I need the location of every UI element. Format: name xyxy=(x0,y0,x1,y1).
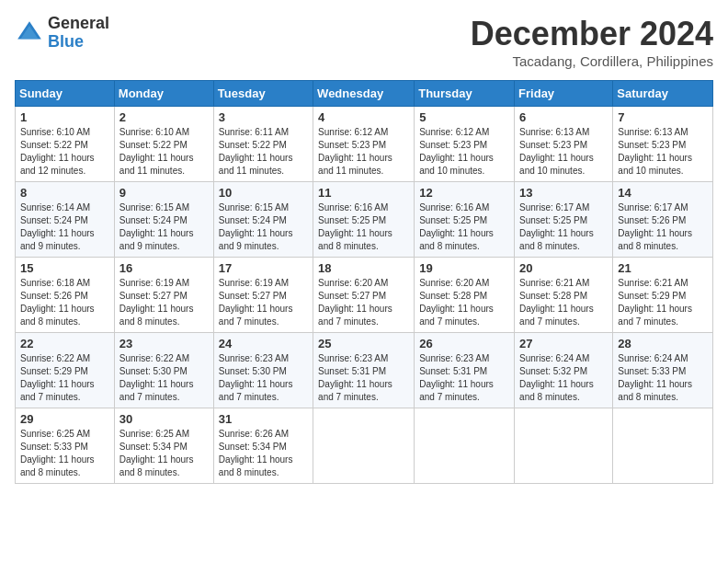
calendar-week-row: 22 Sunrise: 6:22 AMSunset: 5:29 PMDaylig… xyxy=(16,333,713,408)
day-info: Sunrise: 6:12 AMSunset: 5:23 PMDaylight:… xyxy=(318,127,392,176)
calendar-cell: 17 Sunrise: 6:19 AMSunset: 5:27 PMDaylig… xyxy=(213,258,313,333)
day-number: 24 xyxy=(219,337,308,350)
day-number: 21 xyxy=(618,261,708,275)
calendar-cell: 16 Sunrise: 6:19 AMSunset: 5:27 PMDaylig… xyxy=(114,258,213,333)
day-info: Sunrise: 6:11 AMSunset: 5:22 PMDaylight:… xyxy=(219,127,293,176)
day-number: 23 xyxy=(119,337,209,350)
calendar-cell: 13 Sunrise: 6:17 AMSunset: 5:25 PMDaylig… xyxy=(515,182,613,258)
calendar-table: SundayMondayTuesdayWednesdayThursdayFrid… xyxy=(15,80,713,484)
logo: General Blue xyxy=(15,15,109,52)
day-info: Sunrise: 6:23 AMSunset: 5:31 PMDaylight:… xyxy=(419,353,494,402)
day-info: Sunrise: 6:21 AMSunset: 5:28 PMDaylight:… xyxy=(519,278,594,327)
day-info: Sunrise: 6:15 AMSunset: 5:24 PMDaylight:… xyxy=(119,202,194,251)
calendar-cell: 8 Sunrise: 6:14 AMSunset: 5:24 PMDayligh… xyxy=(16,182,115,258)
day-number: 28 xyxy=(618,337,708,350)
day-number: 3 xyxy=(219,110,308,124)
day-info: Sunrise: 6:25 AMSunset: 5:34 PMDaylight:… xyxy=(119,429,194,477)
day-info: Sunrise: 6:19 AMSunset: 5:27 PMDaylight:… xyxy=(219,278,293,327)
day-number: 22 xyxy=(20,337,109,350)
day-info: Sunrise: 6:23 AMSunset: 5:30 PMDaylight:… xyxy=(219,353,293,402)
day-number: 26 xyxy=(419,337,509,350)
day-info: Sunrise: 6:19 AMSunset: 5:27 PMDaylight:… xyxy=(119,278,194,327)
day-number: 30 xyxy=(119,412,209,426)
day-info: Sunrise: 6:13 AMSunset: 5:23 PMDaylight:… xyxy=(618,127,692,176)
day-number: 8 xyxy=(20,186,109,200)
calendar-week-row: 29 Sunrise: 6:25 AMSunset: 5:33 PMDaylig… xyxy=(16,408,713,484)
weekday-header: Sunday xyxy=(16,81,115,107)
weekday-header: Saturday xyxy=(613,81,713,107)
calendar-cell: 7 Sunrise: 6:13 AMSunset: 5:23 PMDayligh… xyxy=(613,107,713,182)
weekday-header: Friday xyxy=(515,81,613,107)
calendar-cell: 31 Sunrise: 6:26 AMSunset: 5:34 PMDaylig… xyxy=(213,408,313,484)
calendar-cell: 27 Sunrise: 6:24 AMSunset: 5:32 PMDaylig… xyxy=(515,333,613,408)
page-header: General Blue December 2024 Tacadang, Cor… xyxy=(15,15,713,69)
day-info: Sunrise: 6:13 AMSunset: 5:23 PMDaylight:… xyxy=(519,127,594,176)
day-info: Sunrise: 6:15 AMSunset: 5:24 PMDaylight:… xyxy=(219,202,293,251)
calendar-cell: 4 Sunrise: 6:12 AMSunset: 5:23 PMDayligh… xyxy=(313,107,415,182)
calendar-cell: 15 Sunrise: 6:18 AMSunset: 5:26 PMDaylig… xyxy=(16,258,115,333)
day-info: Sunrise: 6:24 AMSunset: 5:32 PMDaylight:… xyxy=(519,353,594,402)
month-title: December 2024 xyxy=(471,15,713,53)
day-info: Sunrise: 6:25 AMSunset: 5:33 PMDaylight:… xyxy=(20,429,95,477)
day-info: Sunrise: 6:16 AMSunset: 5:25 PMDaylight:… xyxy=(419,202,494,251)
day-number: 19 xyxy=(419,261,509,275)
day-number: 1 xyxy=(20,110,109,124)
day-number: 9 xyxy=(119,186,209,200)
day-number: 7 xyxy=(618,110,708,124)
day-info: Sunrise: 6:20 AMSunset: 5:27 PMDaylight:… xyxy=(318,278,392,327)
calendar-cell: 22 Sunrise: 6:22 AMSunset: 5:29 PMDaylig… xyxy=(16,333,115,408)
calendar-cell xyxy=(613,408,713,484)
day-info: Sunrise: 6:22 AMSunset: 5:30 PMDaylight:… xyxy=(119,353,194,402)
day-info: Sunrise: 6:17 AMSunset: 5:26 PMDaylight:… xyxy=(618,202,692,251)
calendar-cell: 25 Sunrise: 6:23 AMSunset: 5:31 PMDaylig… xyxy=(313,333,415,408)
calendar-week-row: 15 Sunrise: 6:18 AMSunset: 5:26 PMDaylig… xyxy=(16,258,713,333)
location-text: Tacadang, Cordillera, Philippines xyxy=(471,53,713,69)
title-block: December 2024 Tacadang, Cordillera, Phil… xyxy=(471,15,713,69)
calendar-cell: 28 Sunrise: 6:24 AMSunset: 5:33 PMDaylig… xyxy=(613,333,713,408)
calendar-cell: 29 Sunrise: 6:25 AMSunset: 5:33 PMDaylig… xyxy=(16,408,115,484)
calendar-header-row: SundayMondayTuesdayWednesdayThursdayFrid… xyxy=(16,81,713,107)
calendar-cell: 23 Sunrise: 6:22 AMSunset: 5:30 PMDaylig… xyxy=(114,333,213,408)
calendar-week-row: 8 Sunrise: 6:14 AMSunset: 5:24 PMDayligh… xyxy=(16,182,713,258)
calendar-cell: 12 Sunrise: 6:16 AMSunset: 5:25 PMDaylig… xyxy=(415,182,515,258)
day-number: 20 xyxy=(519,261,608,275)
weekday-header: Monday xyxy=(114,81,213,107)
day-number: 5 xyxy=(419,110,509,124)
day-info: Sunrise: 6:23 AMSunset: 5:31 PMDaylight:… xyxy=(318,353,392,402)
day-info: Sunrise: 6:22 AMSunset: 5:29 PMDaylight:… xyxy=(20,353,95,402)
day-info: Sunrise: 6:10 AMSunset: 5:22 PMDaylight:… xyxy=(20,127,95,176)
calendar-cell: 19 Sunrise: 6:20 AMSunset: 5:28 PMDaylig… xyxy=(415,258,515,333)
calendar-cell: 6 Sunrise: 6:13 AMSunset: 5:23 PMDayligh… xyxy=(515,107,613,182)
calendar-cell xyxy=(313,408,415,484)
calendar-cell: 20 Sunrise: 6:21 AMSunset: 5:28 PMDaylig… xyxy=(515,258,613,333)
logo-general-text: General xyxy=(48,15,109,33)
day-number: 29 xyxy=(20,412,109,426)
logo-blue-text: Blue xyxy=(48,33,109,52)
day-info: Sunrise: 6:12 AMSunset: 5:23 PMDaylight:… xyxy=(419,127,494,176)
weekday-header: Thursday xyxy=(415,81,515,107)
day-number: 27 xyxy=(519,337,608,350)
calendar-cell: 2 Sunrise: 6:10 AMSunset: 5:22 PMDayligh… xyxy=(114,107,213,182)
day-info: Sunrise: 6:26 AMSunset: 5:34 PMDaylight:… xyxy=(219,429,293,477)
day-info: Sunrise: 6:17 AMSunset: 5:25 PMDaylight:… xyxy=(519,202,594,251)
calendar-cell: 18 Sunrise: 6:20 AMSunset: 5:27 PMDaylig… xyxy=(313,258,415,333)
day-number: 10 xyxy=(219,186,308,200)
calendar-cell: 26 Sunrise: 6:23 AMSunset: 5:31 PMDaylig… xyxy=(415,333,515,408)
day-info: Sunrise: 6:24 AMSunset: 5:33 PMDaylight:… xyxy=(618,353,692,402)
calendar-cell: 11 Sunrise: 6:16 AMSunset: 5:25 PMDaylig… xyxy=(313,182,415,258)
calendar-cell: 10 Sunrise: 6:15 AMSunset: 5:24 PMDaylig… xyxy=(213,182,313,258)
day-number: 18 xyxy=(318,261,409,275)
calendar-week-row: 1 Sunrise: 6:10 AMSunset: 5:22 PMDayligh… xyxy=(16,107,713,182)
weekday-header: Wednesday xyxy=(313,81,415,107)
day-info: Sunrise: 6:16 AMSunset: 5:25 PMDaylight:… xyxy=(318,202,392,251)
calendar-cell: 3 Sunrise: 6:11 AMSunset: 5:22 PMDayligh… xyxy=(213,107,313,182)
day-info: Sunrise: 6:20 AMSunset: 5:28 PMDaylight:… xyxy=(419,278,494,327)
day-info: Sunrise: 6:21 AMSunset: 5:29 PMDaylight:… xyxy=(618,278,692,327)
day-number: 4 xyxy=(318,110,409,124)
day-number: 6 xyxy=(519,110,608,124)
day-info: Sunrise: 6:10 AMSunset: 5:22 PMDaylight:… xyxy=(119,127,194,176)
calendar-cell: 24 Sunrise: 6:23 AMSunset: 5:30 PMDaylig… xyxy=(213,333,313,408)
calendar-cell xyxy=(415,408,515,484)
calendar-cell: 5 Sunrise: 6:12 AMSunset: 5:23 PMDayligh… xyxy=(415,107,515,182)
day-number: 17 xyxy=(219,261,308,275)
